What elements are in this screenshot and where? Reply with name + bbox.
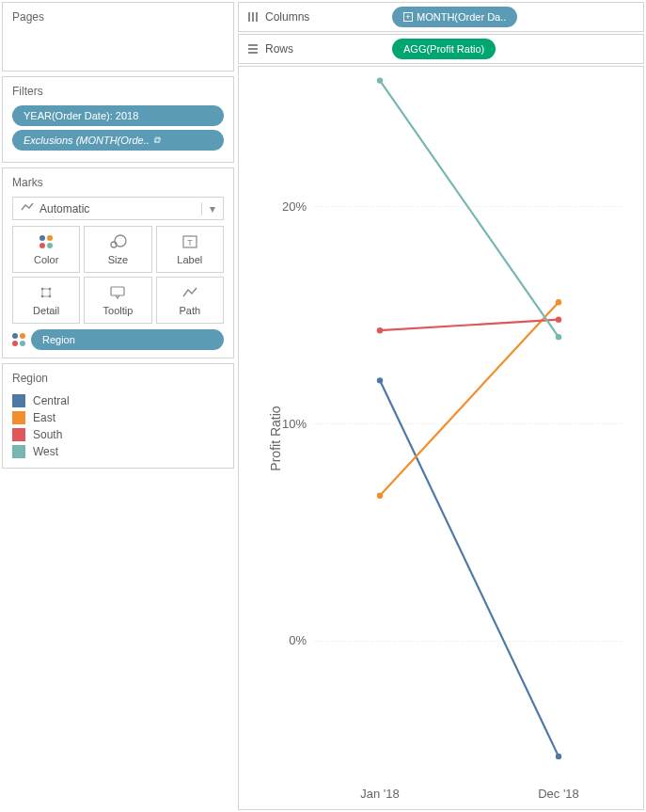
path-icon bbox=[181, 284, 198, 301]
svg-rect-10 bbox=[252, 12, 254, 22]
legend-swatch bbox=[12, 411, 25, 424]
link-icon: ⧉ bbox=[153, 135, 160, 146]
legend-item-east[interactable]: East bbox=[12, 409, 224, 426]
columns-label: Columns bbox=[265, 10, 309, 24]
rows-label: Rows bbox=[265, 42, 293, 56]
chevron-down-icon: ▾ bbox=[201, 202, 215, 215]
y-tick-label: 20% bbox=[282, 199, 307, 214]
point[interactable] bbox=[556, 334, 561, 340]
svg-rect-13 bbox=[248, 48, 258, 50]
filters-title: Filters bbox=[12, 85, 224, 98]
pages-card: Pages bbox=[2, 2, 234, 72]
rows-icon bbox=[246, 42, 260, 56]
legend-swatch bbox=[12, 428, 25, 441]
svg-rect-9 bbox=[248, 12, 250, 22]
line-central[interactable] bbox=[380, 380, 559, 756]
svg-rect-11 bbox=[256, 12, 258, 22]
tooltip-icon bbox=[109, 284, 126, 301]
pages-title: Pages bbox=[12, 10, 224, 24]
y-tick-label: 10% bbox=[282, 417, 307, 431]
marks-path-button[interactable]: Path bbox=[156, 277, 224, 324]
point[interactable] bbox=[377, 77, 383, 83]
filter-pill-0[interactable]: YEAR(Order Date): 2018 bbox=[12, 105, 224, 126]
filter-pill-1[interactable]: Exclusions (MONTH(Orde..⧉ bbox=[12, 130, 224, 151]
size-icon bbox=[108, 233, 127, 250]
marks-type-label: Automatic bbox=[39, 202, 89, 215]
filters-card: Filters YEAR(Order Date): 2018Exclusions… bbox=[2, 76, 234, 163]
svg-rect-8 bbox=[111, 287, 124, 295]
line-west[interactable] bbox=[380, 81, 559, 338]
rows-pill[interactable]: AGG(Profit Ratio) bbox=[392, 39, 496, 59]
line-east[interactable] bbox=[380, 302, 559, 496]
marks-card: Marks Automatic ▾ ColorSizeTLabelDetailT… bbox=[2, 167, 234, 358]
legend-item-west[interactable]: West bbox=[12, 443, 224, 460]
legend-swatch bbox=[12, 394, 25, 407]
marks-color-button[interactable]: Color bbox=[12, 226, 80, 273]
rows-shelf[interactable]: Rows AGG(Profit Ratio) bbox=[238, 34, 644, 64]
chart-area[interactable]: Profit Ratio 0%10%20%Jan '18Dec '18 bbox=[238, 66, 644, 810]
point[interactable] bbox=[556, 316, 561, 322]
marks-type-select[interactable]: Automatic ▾ bbox=[12, 197, 224, 220]
x-tick-label: Jan '18 bbox=[360, 787, 399, 801]
marks-tooltip-button[interactable]: Tooltip bbox=[84, 277, 151, 324]
region-legend-card: Region CentralEastSouthWest bbox=[2, 363, 234, 469]
columns-shelf[interactable]: Columns + MONTH(Order Da.. bbox=[238, 2, 644, 32]
line-icon bbox=[21, 201, 34, 215]
expand-icon: + bbox=[403, 12, 413, 22]
line-south[interactable] bbox=[380, 320, 559, 331]
svg-rect-14 bbox=[248, 52, 258, 54]
legend-swatch bbox=[12, 445, 25, 458]
y-axis-label: Profit Ratio bbox=[268, 406, 283, 470]
color-dots-icon bbox=[12, 333, 25, 346]
marks-detail-button[interactable]: Detail bbox=[12, 277, 80, 324]
point[interactable] bbox=[377, 377, 383, 383]
point[interactable] bbox=[556, 299, 561, 305]
marks-color-pill[interactable]: Region bbox=[31, 329, 224, 350]
svg-text:T: T bbox=[187, 238, 193, 247]
point[interactable] bbox=[377, 327, 383, 333]
point[interactable] bbox=[377, 493, 383, 499]
detail-icon bbox=[39, 284, 54, 301]
y-tick-label: 0% bbox=[289, 633, 307, 647]
marks-label-button[interactable]: TLabel bbox=[156, 226, 224, 273]
columns-icon bbox=[246, 10, 260, 24]
color-icon bbox=[39, 233, 53, 250]
marks-title: Marks bbox=[12, 176, 224, 189]
marks-size-button[interactable]: Size bbox=[84, 226, 151, 273]
legend-title: Region bbox=[12, 372, 224, 385]
label-icon: T bbox=[181, 233, 198, 250]
point[interactable] bbox=[556, 754, 561, 759]
svg-rect-12 bbox=[248, 44, 258, 46]
columns-pill[interactable]: + MONTH(Order Da.. bbox=[392, 7, 517, 27]
x-tick-label: Dec '18 bbox=[538, 787, 579, 801]
legend-item-central[interactable]: Central bbox=[12, 392, 224, 409]
legend-item-south[interactable]: South bbox=[12, 426, 224, 443]
